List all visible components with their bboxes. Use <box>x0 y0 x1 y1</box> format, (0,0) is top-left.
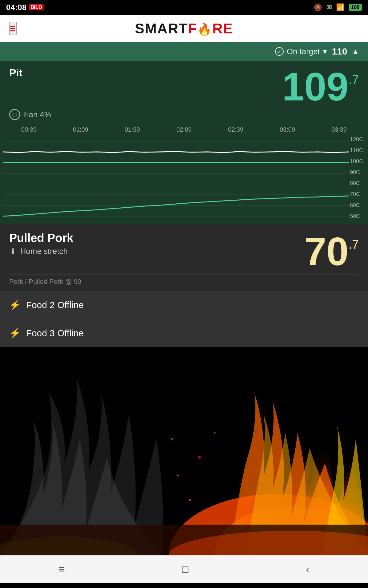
food3-offline-label: Food 3 Offline <box>26 328 84 338</box>
chart-time-4: 02:39 <box>228 126 243 133</box>
nav-back-icon: ‹ <box>306 563 309 575</box>
wifi-icon: 📶 <box>336 3 344 11</box>
nav-back-button[interactable]: ‹ <box>297 560 318 578</box>
food-description: Pork / Pulled Pork @ 90 <box>9 274 359 286</box>
status-bar: 04:08 BILD 🔕 ✉ 📶 100 <box>0 0 368 15</box>
food-status: 🌡 Home stretch <box>9 247 73 256</box>
chart-time-1: 01:09 <box>73 126 88 133</box>
bell-muted-icon: 🔕 <box>314 3 322 11</box>
chart-svg <box>3 135 365 221</box>
food3-offline-row[interactable]: ⚡ Food 3 Offline <box>0 319 368 347</box>
bild-badge: BILD <box>29 4 44 10</box>
checkmark-icon: ✓ <box>275 47 284 56</box>
food-name: Pulled Pork <box>9 232 73 245</box>
status-right: 🔕 ✉ 📶 100 <box>314 3 362 11</box>
y-label-1: 110C <box>350 147 363 154</box>
svg-point-14 <box>177 475 179 477</box>
nav-bar: ≡ □ ‹ <box>0 555 368 583</box>
y-label-0: 120C <box>350 136 363 143</box>
status-left: 04:08 BILD <box>6 3 44 12</box>
chart-time-5: 03:09 <box>280 126 295 133</box>
chart-area: 120C 110C 100C 90C 80C 70C 60C 50C <box>3 135 365 221</box>
y-label-3: 90C <box>350 169 363 176</box>
logo-text-f: F <box>188 21 197 36</box>
on-target-bar: ✓ On target ▾ 110 ▲ <box>0 42 368 61</box>
chart-container: 00:39 01:09 01:39 02:09 02:39 03:09 03:3… <box>0 123 368 224</box>
food-info: Pulled Pork 🌡 Home stretch <box>9 232 73 256</box>
y-label-7: 50C <box>350 213 363 220</box>
pit-label: Pit <box>9 67 22 79</box>
status-time: 04:08 <box>6 3 27 12</box>
logo-text-re: RE <box>212 21 233 36</box>
fan-icon: ◯ <box>9 109 20 120</box>
on-target-chevron: ▾ <box>323 47 327 56</box>
chart-time-6: 03:39 <box>332 126 347 133</box>
logo-fire-icon: 🔥 <box>197 23 212 36</box>
y-label-4: 80C <box>350 180 363 187</box>
food-section: Pulled Pork 🌡 Home stretch 70 .7 Pork / … <box>0 224 368 291</box>
food-temperature: 70 <box>304 232 349 271</box>
fan-info: ◯ Fan 4% <box>9 109 359 120</box>
y-label-2: 100C <box>350 158 363 165</box>
on-target-status[interactable]: ✓ On target ▾ <box>275 47 327 56</box>
chart-time-2: 01:39 <box>125 126 140 133</box>
svg-point-13 <box>189 499 191 501</box>
svg-point-15 <box>198 456 201 459</box>
pit-temperature-display: 109 .7 <box>282 67 359 107</box>
fan-percentage: Fan 4% <box>24 110 52 119</box>
lightning-icon-food3: ⚡ <box>9 328 21 338</box>
food2-offline-row[interactable]: ⚡ Food 2 Offline <box>0 291 368 319</box>
svg-rect-0 <box>3 135 365 221</box>
message-icon: ✉ <box>326 3 332 11</box>
nav-menu-icon: ≡ <box>59 563 65 575</box>
nav-menu-button[interactable]: ≡ <box>49 560 74 578</box>
food2-offline-label: Food 2 Offline <box>26 300 84 310</box>
chart-time-labels: 00:39 01:09 01:39 02:09 02:39 03:09 03:3… <box>0 126 368 135</box>
fire-svg <box>0 347 368 555</box>
svg-point-17 <box>171 438 173 440</box>
battery-icon: 100 <box>349 4 362 11</box>
thermometer-icon: 🌡 <box>9 247 17 256</box>
food-status-text: Home stretch <box>20 247 68 256</box>
nav-home-button[interactable]: □ <box>173 560 198 578</box>
target-temperature: 110 <box>332 46 347 57</box>
y-label-6: 60C <box>350 202 363 209</box>
hamburger-button[interactable]: ≡ <box>9 22 17 35</box>
pit-temperature: 109 <box>282 67 349 107</box>
food-temperature-decimal: .7 <box>349 238 359 251</box>
on-target-label: On target <box>287 47 320 56</box>
food-temperature-display: 70 .7 <box>304 232 359 271</box>
nav-square-icon: □ <box>182 563 189 575</box>
chart-time-3: 02:09 <box>176 126 192 133</box>
y-label-5: 70C <box>350 191 363 198</box>
pit-header: Pit 109 .7 <box>9 67 359 107</box>
food-header: Pulled Pork 🌡 Home stretch 70 .7 <box>9 232 359 271</box>
chart-time-0: 00:39 <box>21 126 36 133</box>
chart-y-labels: 120C 110C 100C 90C 80C 70C 60C 50C <box>348 135 365 221</box>
pit-section: Pit 109 .7 ◯ Fan 4% <box>0 61 368 123</box>
app-logo: SMARTF🔥RE <box>135 20 233 37</box>
lightning-icon-food2: ⚡ <box>9 300 21 310</box>
logo-text-smart: SMART <box>135 21 188 36</box>
pit-temperature-decimal: .7 <box>349 73 359 87</box>
fire-section <box>0 347 368 555</box>
target-caret-icon: ▲ <box>352 47 359 55</box>
app-bar: ≡ SMARTF🔥RE <box>0 15 368 42</box>
svg-point-16 <box>214 432 216 434</box>
